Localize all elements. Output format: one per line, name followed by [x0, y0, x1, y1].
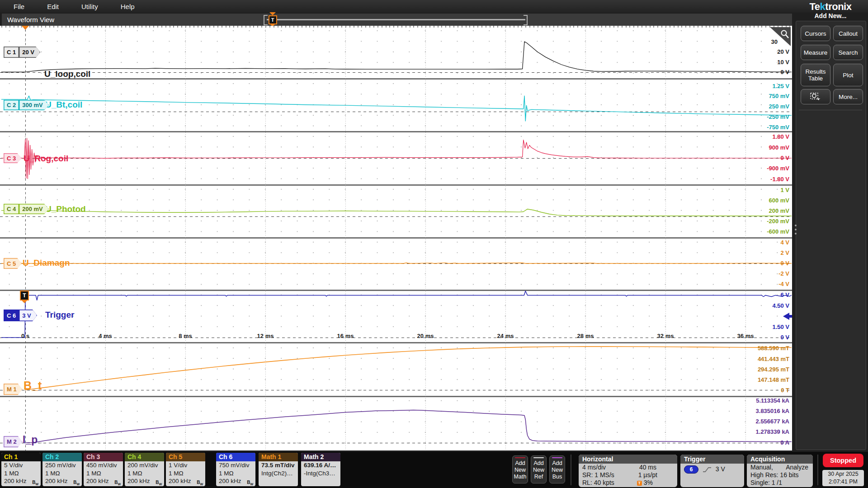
cursors-button[interactable]: Cursors: [801, 26, 830, 41]
badge-line: 450 mV/div: [84, 461, 123, 469]
menu-help[interactable]: Help: [121, 3, 135, 10]
axis-label-c5: 4 V: [780, 239, 789, 246]
axis-label-c3: 1.80 V: [772, 133, 789, 140]
badge-line: 200 kHzBW: [166, 477, 205, 485]
badge-title: Math 2: [301, 453, 340, 461]
badge-title: Ch 6: [216, 453, 255, 461]
horizontal-panel-title: Horizontal: [579, 455, 677, 464]
channel-label-c4: U_Photod: [45, 204, 86, 214]
axis-label-m1: 0 T: [781, 387, 789, 394]
badge-segment: C 4: [4, 204, 19, 214]
bottom-badge-ch4[interactable]: Ch 4200 mV/div1 MΩ200 kHzBW: [125, 453, 164, 486]
channel-badge-c6[interactable]: C 63 V: [4, 310, 37, 321]
horizontal-panel[interactable]: Horizontal 4 ms/div40 ms SR: 1 MS/s1 µs/…: [579, 455, 677, 487]
axis-label-c2: 250 mV: [769, 103, 789, 110]
trigger-position-flag[interactable]: T: [268, 12, 277, 27]
badge-segment: C 6: [4, 310, 19, 321]
badge-title: Ch 3: [84, 453, 123, 461]
badge-segment: C 2: [4, 100, 19, 110]
channel-label-m2: I_p: [23, 434, 38, 446]
trigger-panel[interactable]: Trigger 6 3 V: [680, 455, 744, 487]
badge-segment: 200 mV: [19, 204, 49, 214]
run-stop-button[interactable]: Stopped: [823, 454, 863, 467]
sample-rate: SR: 1 MS/s: [582, 471, 614, 479]
trigger-position-percent: T3%: [637, 479, 653, 487]
badge-line: 250 mV/div: [42, 461, 82, 469]
bottom-badge-math2[interactable]: Math 2639.16 A/…-Intg(Ch3…: [301, 453, 340, 486]
waveform-graticule[interactable]: 0 s4 ms8 ms12 ms16 ms20 ms24 ms28 ms32 m…: [0, 26, 792, 450]
add-new-math-button[interactable]: AddNewMath: [512, 455, 528, 483]
badge-line: 200 kHzBW: [1, 477, 41, 485]
channel-label-c1: U_loop,coil: [44, 69, 90, 79]
badge-line: Intg(Ch2)…: [259, 469, 298, 478]
axis-label-c4: -200 mV: [767, 218, 789, 225]
trace-c5: [1, 263, 792, 263]
axis-label-c6: 0 V: [780, 334, 789, 341]
bottom-separator: [817, 455, 818, 485]
time-axis-label: 36 ms: [737, 333, 754, 339]
menu-utility[interactable]: Utility: [81, 3, 98, 10]
horizontal-window: 40 ms: [639, 464, 656, 471]
channel-label-c5: U_Diamagn: [23, 258, 70, 268]
channel-badge-c1[interactable]: C 120 V: [4, 47, 40, 58]
axis-label-c2: 750 mV: [769, 93, 789, 99]
axis-label-c5: -4 V: [778, 281, 789, 287]
badge-line: 639.16 A/…: [301, 461, 340, 469]
bandwidth-limit-icon: BW: [32, 479, 38, 486]
menu-bar: File Edit Utility Help: [0, 0, 868, 13]
bandwidth-limit-icon: BW: [73, 479, 80, 486]
badge-line: 200 kHzBW: [42, 477, 82, 485]
axis-label-c1: 0 V: [780, 69, 789, 75]
bottom-badge-ch2[interactable]: Ch 2250 mV/div1 MΩ200 kHzBW: [42, 453, 82, 486]
bandwidth-limit-icon: BW: [197, 479, 203, 486]
tektronix-logo: Tektronix: [794, 1, 867, 13]
bottom-badge-ch6[interactable]: Ch 6750 mV/div1 MΩ200 kHzBW: [216, 453, 255, 486]
search-button[interactable]: Search: [833, 45, 863, 60]
trigger-position-marker-icon[interactable]: [22, 26, 29, 30]
more--button[interactable]: More...: [833, 89, 863, 104]
time-axis-label: 4 ms: [99, 333, 112, 339]
magnifier-icon: [780, 29, 789, 39]
trace-m2: [25, 410, 792, 443]
badge-title: Ch 5: [166, 453, 205, 461]
sample-interval: 1 µs/pt: [638, 471, 657, 479]
add-new-bus-button[interactable]: AddNewBus: [549, 455, 565, 483]
callout-button[interactable]: Callout: [833, 26, 863, 41]
bottom-badge-math1[interactable]: Math 173.5 mT/divIntg(Ch2)…: [259, 453, 298, 486]
acquisition-panel[interactable]: Acquisition Manual,Analyze High Res: 16 …: [747, 455, 813, 487]
axis-label-c6: 1.50 V: [772, 324, 789, 330]
plot-button[interactable]: Plot: [833, 64, 863, 86]
trigger-t-icon: T: [20, 291, 29, 300]
zoom-select-button[interactable]: [801, 89, 830, 104]
bottom-badge-ch3[interactable]: Ch 3450 mV/div1 MΩ200 kHzBW: [84, 453, 123, 486]
waveform-view-tab[interactable]: Waveform View: [2, 14, 792, 26]
time-axis-label: 16 ms: [337, 333, 354, 339]
axis-label-c5: 0 V: [780, 260, 789, 267]
badge-title: Ch 1: [1, 453, 41, 461]
axis-label-m2: 0 A: [780, 439, 789, 446]
time-axis-label: 28 ms: [577, 333, 594, 339]
badge-segment: 20 V: [19, 47, 40, 58]
measure-button[interactable]: Measure: [801, 45, 830, 60]
trigger-flag-arrow-icon: [269, 12, 276, 15]
waveform-traces: [0, 26, 792, 450]
bottom-badge-ch1[interactable]: Ch 15 V/div1 MΩ200 kHzBW: [1, 453, 41, 486]
channel-badge-c2[interactable]: C 2300 mV: [4, 100, 49, 110]
channel-label-m1: B_t: [24, 379, 42, 392]
splitter-drag-handle[interactable]: [794, 225, 797, 237]
menu-edit[interactable]: Edit: [47, 3, 59, 10]
acquisition-resolution: High Res: 16 bits: [750, 471, 799, 479]
axis-label-m2: 2.556677 kA: [756, 418, 789, 425]
trigger-panel-title: Trigger: [680, 455, 744, 464]
menu-file[interactable]: File: [14, 3, 24, 10]
channel-badge-c4[interactable]: C 4200 mV: [4, 204, 49, 214]
trigger-source-marker[interactable]: T: [19, 291, 29, 303]
axis-label-c3: -900 mV: [767, 165, 789, 172]
trigger-level-arrow-icon[interactable]: [782, 313, 792, 320]
axis-label-m1: 441.443 mT: [758, 356, 789, 362]
add-new-ref-button[interactable]: AddNewRef: [531, 455, 547, 483]
badge-line: 200 kHzBW: [216, 477, 255, 485]
results-table-button[interactable]: Results Table: [801, 64, 830, 86]
bottom-badge-ch5[interactable]: Ch 51 V/div1 MΩ200 kHzBW: [166, 453, 205, 486]
axis-label-c3: -1.80 V: [770, 176, 789, 183]
